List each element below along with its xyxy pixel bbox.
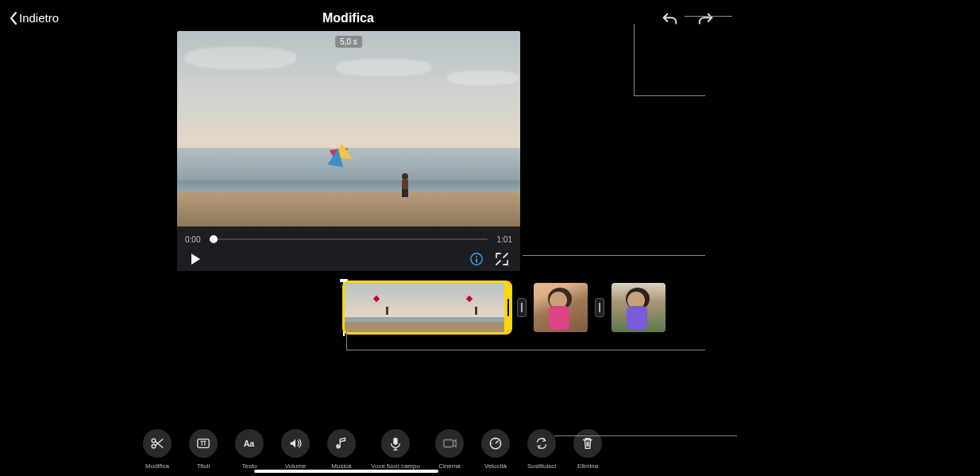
transition-button[interactable] bbox=[594, 283, 605, 332]
preview-canvas[interactable]: 5,0 s bbox=[177, 31, 520, 226]
page-title: Modifica bbox=[322, 11, 373, 25]
tool-speed[interactable]: Velocità bbox=[480, 429, 511, 470]
clip-thumbnail bbox=[427, 283, 510, 332]
text-icon: Aa bbox=[242, 436, 257, 451]
fullscreen-icon bbox=[495, 252, 509, 266]
tool-edit[interactable]: Modifica bbox=[141, 429, 173, 470]
svg-point-7 bbox=[337, 445, 340, 448]
svg-rect-2 bbox=[476, 258, 477, 262]
play-button[interactable] bbox=[188, 252, 203, 266]
music-icon bbox=[334, 436, 349, 451]
time-total: 1:01 bbox=[497, 235, 512, 244]
back-button[interactable]: Indietro bbox=[10, 11, 59, 25]
replace-icon bbox=[534, 436, 549, 451]
speed-icon bbox=[488, 436, 503, 451]
scrubber-thumb[interactable] bbox=[210, 235, 218, 243]
tool-label: Sostituisci bbox=[527, 462, 556, 470]
cinema-icon bbox=[442, 436, 457, 451]
callout-line bbox=[523, 255, 705, 256]
tool-label: Musica bbox=[331, 462, 351, 470]
timeline-clip[interactable] bbox=[534, 283, 588, 332]
timeline-clip[interactable] bbox=[612, 283, 666, 332]
player-controls: 0:00 1:01 bbox=[177, 226, 520, 271]
trash-icon bbox=[581, 436, 595, 451]
redo-button[interactable] bbox=[697, 11, 715, 29]
edit-toolbar: Modifica Titoli Aa Testo Volume Musica V… bbox=[141, 429, 604, 470]
tool-label: Velocità bbox=[484, 462, 507, 470]
tool-label: Modifica bbox=[145, 462, 169, 470]
svg-rect-8 bbox=[393, 438, 397, 445]
transition-button[interactable] bbox=[516, 283, 527, 332]
tool-label: Elimina bbox=[577, 462, 598, 470]
callout-line bbox=[634, 24, 635, 95]
info-button[interactable] bbox=[469, 252, 484, 266]
fullscreen-button[interactable] bbox=[495, 252, 509, 266]
tool-cinema[interactable]: Cinema bbox=[434, 429, 465, 470]
tool-label: Titoli bbox=[197, 462, 210, 470]
redo-icon bbox=[697, 11, 715, 29]
svg-point-1 bbox=[476, 256, 477, 257]
clip-thumbnail bbox=[612, 283, 666, 332]
tool-replace[interactable]: Sostituisci bbox=[526, 429, 558, 470]
duration-badge: 5,0 s bbox=[335, 36, 362, 48]
mic-icon bbox=[388, 436, 403, 451]
clip-thumbnail bbox=[345, 283, 427, 332]
titles-icon bbox=[196, 436, 210, 451]
scissors-icon bbox=[150, 436, 164, 451]
volume-icon bbox=[288, 436, 303, 451]
time-current: 0:00 bbox=[185, 235, 200, 244]
svg-text:Aa: Aa bbox=[244, 439, 255, 448]
back-label: Indietro bbox=[19, 11, 59, 25]
callout-line bbox=[685, 16, 732, 17]
topbar: Indietro Modifica bbox=[0, 0, 980, 35]
tool-music[interactable]: Musica bbox=[326, 429, 357, 470]
chevron-left-icon bbox=[10, 12, 17, 25]
tool-titles[interactable]: Titoli bbox=[187, 429, 219, 470]
trim-handle-right[interactable] bbox=[504, 283, 510, 332]
tool-label: Testo bbox=[241, 462, 257, 470]
video-viewer: 5,0 s 0:00 1:01 bbox=[177, 31, 520, 271]
svg-rect-9 bbox=[444, 440, 453, 447]
timeline-clip[interactable] bbox=[345, 283, 510, 332]
callout-line bbox=[346, 350, 705, 350]
tool-label: Volume bbox=[285, 462, 307, 470]
callout-line bbox=[346, 331, 347, 350]
tool-label: Cinema bbox=[438, 462, 461, 470]
clip-thumbnail bbox=[534, 283, 588, 332]
undo-button[interactable] bbox=[661, 11, 678, 29]
callout-line bbox=[634, 95, 705, 96]
home-indicator[interactable] bbox=[254, 470, 438, 473]
tool-label: Voce fuori campo bbox=[371, 462, 420, 470]
scrubber[interactable] bbox=[210, 238, 487, 240]
tool-voiceover[interactable]: Voce fuori campo bbox=[372, 429, 419, 470]
callout-line bbox=[554, 435, 737, 436]
timeline[interactable] bbox=[345, 283, 666, 332]
undo-icon bbox=[661, 11, 678, 29]
tool-text[interactable]: Aa Testo bbox=[233, 429, 265, 470]
svg-rect-5 bbox=[198, 439, 209, 448]
info-icon bbox=[469, 252, 484, 266]
tool-volume[interactable]: Volume bbox=[280, 429, 311, 470]
play-icon bbox=[188, 252, 203, 266]
